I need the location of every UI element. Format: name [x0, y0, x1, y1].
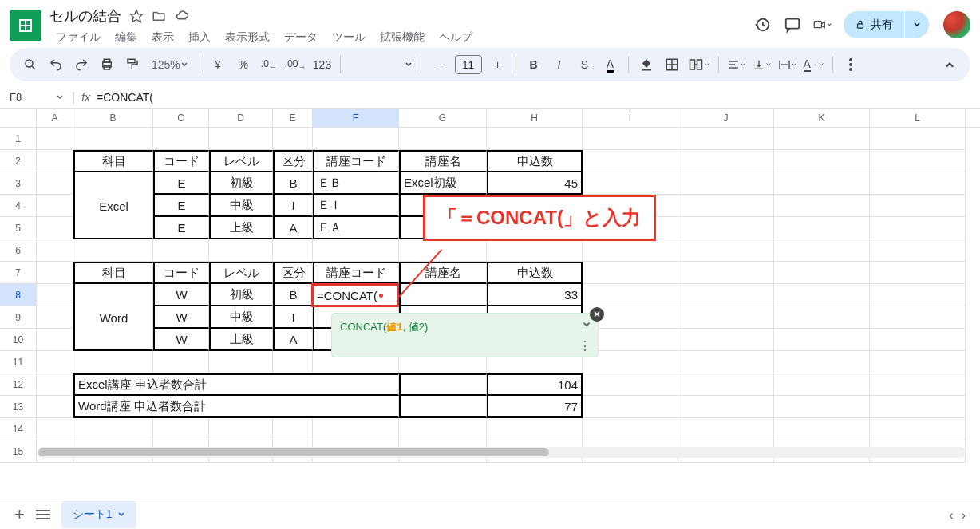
cell[interactable]: W: [153, 306, 209, 329]
select-all-corner[interactable]: [0, 109, 37, 127]
tooltip-expand-icon[interactable]: [582, 320, 591, 332]
cell[interactable]: [399, 284, 487, 306]
cell[interactable]: W: [153, 284, 209, 306]
cell[interactable]: 上級: [209, 217, 273, 239]
cell[interactable]: Excel初級: [399, 172, 487, 195]
cell[interactable]: ＥＡ: [313, 217, 399, 239]
cell[interactable]: 中級: [209, 306, 273, 329]
row-header[interactable]: 1: [0, 128, 37, 150]
row-header[interactable]: 2: [0, 150, 37, 172]
account-avatar[interactable]: [943, 11, 970, 38]
more-formats-button[interactable]: 123: [313, 53, 332, 76]
font-size-decrease[interactable]: −: [429, 53, 449, 76]
cell[interactable]: 講座コード: [313, 150, 399, 172]
cell[interactable]: コード: [153, 262, 209, 284]
horizontal-scrollbar[interactable]: [37, 447, 966, 458]
italic-button[interactable]: I: [550, 53, 569, 76]
menu-extensions[interactable]: 拡張機能: [373, 27, 431, 48]
tooltip-more-icon[interactable]: ⋮: [579, 338, 591, 353]
cell[interactable]: E: [153, 195, 209, 217]
cell[interactable]: 104: [487, 373, 583, 396]
zoom-select[interactable]: 125%: [148, 53, 192, 76]
row-header[interactable]: 13: [0, 396, 37, 418]
more-icon[interactable]: [841, 53, 860, 76]
all-sheets-button[interactable]: [36, 509, 50, 520]
increase-decimal-button[interactable]: .00→: [285, 53, 306, 76]
name-box-dropdown[interactable]: [56, 90, 64, 105]
document-title[interactable]: セルの結合: [49, 6, 121, 26]
name-box[interactable]: F8: [10, 91, 56, 103]
star-icon[interactable]: [129, 9, 144, 23]
row-header[interactable]: 10: [0, 329, 37, 351]
text-color-button[interactable]: A: [601, 53, 620, 76]
row-header[interactable]: 9: [0, 306, 37, 329]
redo-icon[interactable]: [72, 53, 91, 76]
cell[interactable]: I: [273, 306, 313, 329]
comments-icon[interactable]: [783, 15, 802, 34]
rotate-button[interactable]: A→: [804, 53, 824, 76]
cell[interactable]: E: [153, 217, 209, 239]
undo-icon[interactable]: [46, 53, 65, 76]
cell[interactable]: A: [273, 217, 313, 239]
cell[interactable]: [399, 373, 487, 396]
collapse-toolbar-icon[interactable]: [940, 53, 959, 76]
search-icon[interactable]: [21, 53, 40, 76]
formula-input[interactable]: =CONCAT(: [97, 91, 980, 104]
cell[interactable]: W: [153, 329, 209, 351]
cell[interactable]: B: [273, 172, 313, 195]
cell[interactable]: B: [273, 284, 313, 306]
menu-file[interactable]: ファイル: [49, 27, 107, 48]
row-header[interactable]: 3: [0, 172, 37, 195]
decrease-decimal-button[interactable]: .0←: [259, 53, 279, 76]
cell[interactable]: Word: [73, 306, 153, 329]
cell[interactable]: 区分: [273, 150, 313, 172]
cell[interactable]: コード: [153, 150, 209, 172]
row-header[interactable]: 11: [0, 351, 37, 373]
col-header[interactable]: E: [273, 109, 313, 127]
col-header[interactable]: A: [37, 109, 73, 127]
font-size-input[interactable]: 11: [455, 55, 482, 74]
cell[interactable]: 33: [487, 284, 583, 306]
percent-button[interactable]: %: [234, 53, 253, 76]
menu-tools[interactable]: ツール: [326, 27, 372, 48]
cell[interactable]: E: [153, 172, 209, 195]
print-icon[interactable]: [97, 53, 117, 76]
cell[interactable]: ＥＩ: [313, 195, 399, 217]
paint-format-icon[interactable]: [123, 53, 142, 76]
cell[interactable]: 初級: [209, 172, 273, 195]
cell[interactable]: [73, 217, 153, 239]
move-icon[interactable]: [152, 9, 166, 23]
menu-view[interactable]: 表示: [145, 27, 180, 48]
cell[interactable]: 中級: [209, 195, 273, 217]
strikethrough-button[interactable]: S: [575, 53, 595, 76]
menu-data[interactable]: データ: [278, 27, 324, 48]
row-header[interactable]: 5: [0, 217, 37, 239]
cell[interactable]: 区分: [273, 262, 313, 284]
col-header[interactable]: G: [399, 109, 487, 127]
row-header[interactable]: 15: [0, 440, 37, 463]
menu-help[interactable]: ヘルプ: [433, 27, 479, 48]
sheet-tab[interactable]: シート1: [61, 501, 136, 528]
cell[interactable]: 科目: [73, 262, 153, 284]
cell[interactable]: [399, 396, 487, 418]
cell[interactable]: [73, 284, 153, 306]
col-header[interactable]: B: [73, 109, 153, 127]
valign-button[interactable]: [753, 53, 772, 76]
menu-edit[interactable]: 編集: [109, 27, 144, 48]
cell[interactable]: [73, 329, 153, 351]
cell[interactable]: レベル: [209, 150, 273, 172]
cell[interactable]: Excel講座 申込者数合計: [73, 373, 399, 396]
scroll-left-icon[interactable]: ‹: [949, 508, 953, 523]
share-button[interactable]: 共有: [844, 11, 904, 38]
cell[interactable]: 科目: [73, 150, 153, 172]
cell[interactable]: 申込数: [487, 262, 583, 284]
menu-format[interactable]: 表示形式: [219, 27, 276, 48]
row-header[interactable]: 6: [0, 239, 37, 262]
font-size-increase[interactable]: +: [488, 53, 508, 76]
history-icon[interactable]: [753, 15, 772, 34]
cell[interactable]: 講座名: [399, 150, 487, 172]
align-button[interactable]: [727, 53, 746, 76]
row-header[interactable]: 7: [0, 262, 37, 284]
share-dropdown[interactable]: [905, 11, 929, 38]
spreadsheet-grid[interactable]: A B C D E F G H I J K L 1 2 科目 コード レベル 区…: [0, 109, 980, 488]
